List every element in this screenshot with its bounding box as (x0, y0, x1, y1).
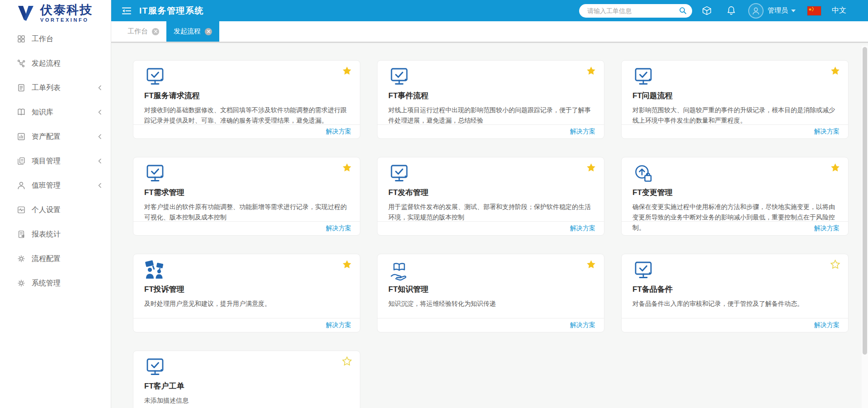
sidebar-item-report-stats[interactable]: 报表统计 (0, 222, 111, 247)
sidebar-item-label: 发起流程 (32, 59, 61, 68)
tab-label: 发起流程 (174, 27, 201, 36)
favorite-star-icon[interactable] (830, 66, 840, 76)
tab-close-icon[interactable] (205, 28, 212, 35)
sidebar-item-asset-config[interactable]: 资产配置 (0, 124, 111, 149)
cube-icon[interactable] (702, 5, 712, 16)
vertical-scrollbar[interactable] (862, 46, 868, 408)
sidebar-item-start-process[interactable]: 发起流程 (0, 51, 111, 76)
search-icon[interactable] (679, 6, 687, 15)
process-card[interactable]: FT事件流程 对线上项目运行过程中出现的影响范围较小的问题跟踪记录，便于了解事件… (377, 60, 604, 139)
sidebar-item-label: 系统管理 (32, 279, 61, 288)
card-footer: 解决方案 (377, 221, 604, 235)
chevron-left-icon (97, 85, 103, 90)
flow-icon (17, 59, 26, 68)
tab-close-icon[interactable] (152, 28, 159, 35)
favorite-star-icon[interactable] (342, 259, 352, 270)
sidebar-item-ticket-list[interactable]: 工单列表 (0, 76, 111, 100)
card-title: FT投诉管理 (144, 284, 350, 294)
card-title: FT客户工单 (144, 381, 350, 391)
user-name[interactable]: 管理员 (768, 6, 788, 15)
favorite-star-icon[interactable] (830, 259, 840, 270)
favorite-star-icon[interactable] (342, 162, 352, 173)
process-card[interactable]: FT变更管理 确保在变更实施过程中使用标准的方法和步骤，尽快地实施变更，以将由变… (621, 157, 849, 236)
report-icon (17, 230, 26, 239)
card-title: FT变更管理 (632, 187, 838, 198)
notification-bell-icon[interactable] (726, 5, 736, 16)
process-card[interactable]: FT服务请求流程 对接收到的基础数据修改、文档回填等不涉及软件功能调整的需求进行… (133, 60, 360, 139)
monitor-check-icon (144, 163, 166, 184)
process-card[interactable]: FT投诉管理 及时处理用户意见和建议，提升用户满意度。 解决方案 (133, 254, 360, 332)
monitor-check-icon (144, 357, 166, 378)
solution-link[interactable]: 解决方案 (326, 321, 351, 329)
language-switcher[interactable]: 中文 (832, 6, 846, 15)
process-card[interactable]: FT问题流程 对影响范围较大、问题较严重的事件的升级记录，根本目的是消除或减少线… (621, 60, 849, 139)
favorite-star-icon[interactable] (342, 356, 352, 366)
monitor-check-icon (388, 66, 410, 87)
process-card-grid: FT服务请求流程 对接收到的基础数据修改、文档回填等不涉及软件功能调整的需求进行… (112, 44, 868, 408)
favorite-star-icon[interactable] (830, 162, 840, 173)
solution-link[interactable]: 解决方案 (570, 128, 595, 136)
sidebar-item-label: 值班管理 (32, 181, 61, 190)
tab-工作台[interactable]: 工作台 (120, 21, 166, 42)
solution-link[interactable]: 解决方案 (814, 224, 840, 232)
sidebar-item-label: 工作台 (32, 34, 53, 44)
solution-link[interactable]: 解决方案 (570, 224, 595, 232)
sidebar-item-label: 项目管理 (32, 157, 61, 166)
chevron-left-icon (97, 183, 103, 188)
solution-link[interactable]: 解决方案 (814, 321, 840, 329)
sidebar-item-duty-mgmt[interactable]: 值班管理 (0, 173, 111, 198)
favorite-star-icon[interactable] (586, 259, 596, 270)
card-footer: 解决方案 (622, 221, 848, 235)
process-card[interactable]: FT需求管理 对客户提出的软件原有功能调整、功能新增等需求进行记录，实现过程的可… (133, 157, 360, 236)
change-icon (632, 163, 654, 184)
process-card[interactable]: FT发布管理 用于监督软件发布的发展、测试、部署和支持阶段；保护软件稳定的生活环… (377, 157, 604, 236)
caret-down-icon[interactable] (791, 9, 796, 12)
sidebar-item-workbench[interactable]: 工作台 (0, 27, 111, 51)
card-description: 对影响范围较大、问题较严重的事件的升级记录，根本目的是消除或减少线上环境中事件发… (632, 105, 840, 126)
solution-link[interactable]: 解决方案 (326, 128, 351, 136)
brand-logo: 伏泰科技 VORTEXINFO (0, 0, 111, 24)
favorite-star-icon[interactable] (586, 66, 596, 76)
process-card[interactable]: FT备品备件 对备品备件出入库的审核和记录，便于管控及了解备件动态。 解决方案 (621, 254, 849, 332)
pulse-icon (17, 205, 26, 214)
search-input[interactable] (586, 7, 679, 15)
process-card[interactable]: FT知识管理 知识沉淀，将运维经验转化为知识传递 解决方案 (377, 254, 604, 332)
card-footer: 解决方案 (133, 221, 360, 235)
solution-link[interactable]: 解决方案 (570, 321, 595, 329)
collapse-sidebar-icon[interactable] (121, 6, 132, 15)
monitor-check-icon (388, 163, 410, 184)
card-footer: 解决方案 (622, 318, 848, 332)
scrollbar-thumb[interactable] (863, 47, 867, 355)
sidebar-item-process-config[interactable]: 流程配置 (0, 247, 111, 271)
favorite-star-icon[interactable] (342, 66, 352, 76)
process-card[interactable]: FT客户工单 未添加描述信息 解决方案 (133, 351, 360, 408)
chevron-left-icon (97, 134, 103, 139)
favorite-star-icon[interactable] (586, 162, 596, 173)
book-icon (17, 108, 26, 117)
card-description: 知识沉淀，将运维经验转化为知识传递 (388, 299, 595, 309)
vortexinfo-logo-icon (15, 3, 36, 24)
sidebar-item-project-mgmt[interactable]: 项目管理 (0, 149, 111, 173)
app-title: IT服务管理系统 (139, 5, 204, 17)
card-footer: 解决方案 (133, 124, 360, 138)
card-title: FT问题流程 (632, 90, 838, 101)
card-title: FT备品备件 (632, 284, 838, 294)
solution-link[interactable]: 解决方案 (814, 128, 840, 136)
tab-bar: 工作台 发起流程 (111, 21, 868, 43)
card-title: FT需求管理 (144, 187, 350, 198)
knowledge-icon (388, 260, 410, 281)
sidebar: 伏泰科技 VORTEXINFO 工作台 发起流程 工单列表 知识库 (0, 0, 111, 408)
sidebar-item-knowledge-base[interactable]: 知识库 (0, 100, 111, 124)
sidebar-item-personal-settings[interactable]: 个人设置 (0, 198, 111, 222)
company-name-cn: 伏泰科技 (40, 4, 93, 17)
ticket-icon (17, 83, 26, 92)
sidebar-item-system-mgmt[interactable]: 系统管理 (0, 271, 111, 295)
sidebar-item-label: 报表统计 (32, 230, 61, 239)
china-flag-icon[interactable] (807, 6, 821, 15)
project-icon (17, 157, 26, 166)
ticket-search-box (579, 4, 692, 18)
solution-link[interactable]: 解决方案 (326, 224, 351, 232)
tab-发起流程[interactable]: 发起流程 (166, 21, 219, 42)
card-description: 对接收到的基础数据修改、文档回填等不涉及软件功能调整的需求进行跟踪记录并提供及时… (144, 105, 351, 126)
user-avatar[interactable] (748, 3, 764, 19)
